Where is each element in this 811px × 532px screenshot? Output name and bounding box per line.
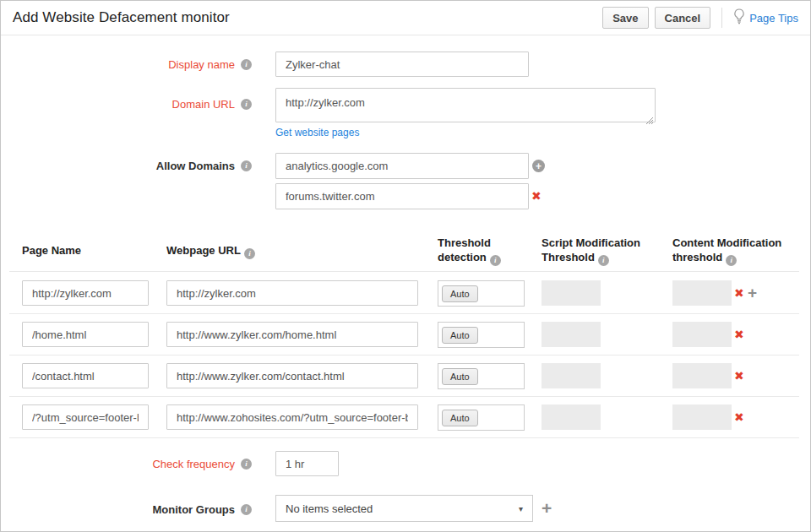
row-divider	[9, 437, 799, 438]
threshold-detection-field[interactable]: Auto	[438, 280, 525, 307]
header-actions: Save Cancel Page Tips	[602, 7, 798, 29]
webpage-url-input[interactable]	[166, 322, 418, 347]
table-row: Auto ✖	[1, 404, 811, 431]
content-threshold-field-disabled	[672, 404, 732, 430]
column-header-script-modification: Script Modification Thresholdi	[542, 236, 650, 266]
table-row: Auto ✖	[1, 322, 811, 348]
delete-row-icon[interactable]: ✖	[734, 287, 744, 299]
add-row-icon[interactable]: +	[748, 285, 757, 301]
script-threshold-field-disabled	[542, 280, 601, 306]
table-row: Auto ✖	[1, 363, 811, 389]
allow-domain-input[interactable]	[275, 183, 529, 209]
display-name-label: Display name i	[1, 57, 252, 71]
script-threshold-field-disabled	[542, 363, 601, 388]
check-frequency-label-text: Check frequency	[152, 458, 235, 470]
info-icon[interactable]: i	[241, 59, 252, 70]
column-header-threshold-detection: Threshold detectioni	[438, 236, 515, 266]
delete-row-icon[interactable]: ✖	[734, 328, 744, 340]
column-header-content-modification: Content Modification thresholdi	[672, 236, 784, 266]
page-name-input[interactable]	[22, 363, 149, 388]
check-frequency-label: Check frequency i	[1, 457, 252, 470]
add-monitor-group-icon[interactable]: +	[542, 499, 552, 517]
column-header-page-name: Page Name	[22, 243, 81, 258]
content-threshold-field-disabled	[672, 280, 732, 306]
threshold-detection-field[interactable]: Auto	[438, 404, 525, 431]
webpage-url-input[interactable]	[166, 404, 418, 430]
script-threshold-field-disabled	[542, 404, 601, 430]
delete-row-icon[interactable]: ✖	[734, 370, 744, 382]
threshold-detection-field[interactable]: Auto	[438, 322, 525, 348]
monitor-groups-label-text: Monitor Groups	[153, 503, 236, 516]
auto-chip[interactable]: Auto	[442, 410, 478, 426]
row-divider	[9, 271, 799, 272]
webpage-url-input[interactable]	[166, 280, 418, 306]
table-row: Auto ✖ +	[1, 280, 811, 307]
column-header-webpage-url: Webpage URLi	[166, 243, 255, 259]
allow-domains-label: Allow Domains i	[1, 159, 252, 172]
row-divider	[9, 355, 799, 356]
info-icon[interactable]: i	[244, 248, 255, 259]
info-icon[interactable]: i	[241, 99, 252, 110]
header-divider	[721, 8, 722, 28]
page-title: Add Website Defacement monitor	[13, 9, 230, 26]
info-icon[interactable]: i	[726, 255, 737, 266]
webpage-url-input[interactable]	[166, 363, 418, 388]
add-domain-icon[interactable]: +	[532, 160, 545, 172]
auto-chip[interactable]: Auto	[442, 327, 478, 344]
domain-url-textarea[interactable]	[275, 88, 656, 122]
cancel-button[interactable]: Cancel	[655, 7, 711, 29]
page-name-input[interactable]	[22, 280, 149, 306]
page-name-input[interactable]	[22, 322, 149, 347]
monitor-groups-selected-value: No items selected	[286, 502, 373, 515]
threshold-detection-field[interactable]: Auto	[438, 363, 525, 389]
check-frequency-input[interactable]	[275, 451, 339, 476]
row-divider	[9, 313, 799, 314]
info-icon[interactable]: i	[241, 459, 252, 470]
get-website-pages-link[interactable]: Get website pages	[275, 127, 359, 138]
page-tips-label: Page Tips	[749, 12, 798, 24]
info-icon[interactable]: i	[241, 160, 252, 171]
allow-domain-input[interactable]	[275, 153, 529, 179]
monitor-groups-dropdown[interactable]: No items selected ▾	[275, 495, 533, 522]
lightbulb-icon	[733, 8, 745, 28]
row-divider	[9, 396, 799, 397]
display-name-input[interactable]	[275, 52, 529, 77]
content-threshold-field-disabled	[672, 322, 732, 347]
allow-domains-label-text: Allow Domains	[156, 160, 235, 172]
domain-url-label-text: Domain URL	[172, 98, 235, 111]
page-name-input[interactable]	[22, 404, 149, 430]
chevron-down-icon: ▾	[519, 504, 523, 513]
auto-chip[interactable]: Auto	[442, 285, 478, 302]
info-icon[interactable]: i	[241, 504, 252, 515]
add-website-defacement-monitor-page: Add Website Defacement monitor Save Canc…	[0, 0, 811, 532]
info-icon[interactable]: i	[490, 255, 501, 266]
header-bar: Add Website Defacement monitor Save Canc…	[1, 1, 810, 35]
page-tips-button[interactable]: Page Tips	[733, 8, 798, 28]
script-threshold-field-disabled	[542, 322, 601, 347]
content-threshold-field-disabled	[672, 363, 732, 388]
save-button[interactable]: Save	[602, 7, 648, 29]
delete-domain-icon[interactable]: ✖	[531, 190, 542, 202]
delete-row-icon[interactable]: ✖	[734, 411, 744, 423]
auto-chip[interactable]: Auto	[442, 368, 478, 385]
monitor-groups-label: Monitor Groups i	[1, 502, 252, 516]
domain-url-label: Domain URL i	[1, 97, 252, 111]
display-name-label-text: Display name	[168, 58, 235, 71]
info-icon[interactable]: i	[598, 255, 609, 266]
resize-handle-icon[interactable]	[645, 113, 654, 122]
